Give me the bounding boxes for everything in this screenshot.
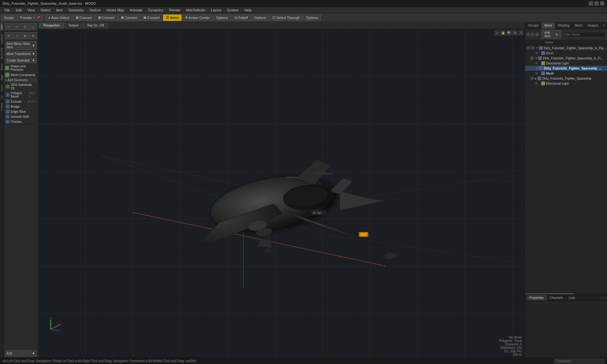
- options-btn-3[interactable]: Options: [303, 15, 321, 21]
- props-tab-properties[interactable]: Properties: [526, 295, 547, 300]
- add-item-button[interactable]: Add Item ▼: [542, 30, 561, 39]
- tool-cone[interactable]: ⌬: [21, 23, 29, 30]
- eye-icon-5[interactable]: [526, 66, 530, 70]
- menu-render[interactable]: Render: [167, 8, 183, 13]
- tool-box[interactable]: □: [13, 23, 21, 30]
- sculpt-button[interactable]: Sculpt: [1, 15, 17, 21]
- falloff-button[interactable]: ◎ Falloff: [231, 15, 251, 21]
- tool-rotate[interactable]: ↺: [5, 32, 12, 39]
- menu-vertex-map[interactable]: Vertex Map: [104, 8, 127, 13]
- vp-tab-perspective[interactable]: Perspective: [39, 23, 64, 28]
- close-button[interactable]: ✕: [600, 1, 604, 6]
- minimize-button[interactable]: —: [589, 1, 593, 6]
- menu-view[interactable]: View: [25, 8, 38, 13]
- tool-move[interactable]: ↔: [13, 32, 21, 39]
- polygon-bevel-btn[interactable]: Polygon Bevel Shift-B: [4, 91, 38, 99]
- render-icon-1[interactable]: [531, 46, 535, 50]
- thicken-btn[interactable]: Thicken: [4, 119, 38, 124]
- eye-icon-7[interactable]: [530, 76, 534, 80]
- right-tab-mesh[interactable]: Mesh: [572, 22, 585, 29]
- smooth-shift-btn[interactable]: Smooth Shift: [4, 114, 38, 119]
- viewport-canvas[interactable]: UE-007 ⌂ 🔒 🔍 ⚙ ℹ X Y Z: [38, 29, 525, 358]
- visibility-icon-2[interactable]: [531, 33, 535, 36]
- bridge-btn[interactable]: Bridge: [4, 104, 38, 109]
- vp-tab-texture[interactable]: Texture: [64, 23, 83, 28]
- tree-item-3[interactable]: ▼ Dirty_Futuristic_Fighter_Spaceship_in_…: [525, 56, 607, 61]
- eye-icon-1[interactable]: [526, 46, 530, 50]
- eye-icon-m1[interactable]: [535, 52, 538, 54]
- rt-icon-expand[interactable]: ↗: [601, 23, 606, 28]
- props-tab-channels[interactable]: Channels: [547, 295, 566, 300]
- menu-maxtomodo[interactable]: MaxToModo: [184, 8, 208, 13]
- vp-icon-search[interactable]: 🔍: [506, 30, 512, 35]
- vp-icon-home[interactable]: ⌂: [494, 30, 500, 35]
- items-button[interactable]: ☰ Items: [163, 15, 181, 21]
- extrude-btn[interactable]: Extrude Shift-X: [4, 99, 38, 104]
- vp-icon-info[interactable]: ℹ: [518, 30, 524, 35]
- left-tab-mesh-edit[interactable]: Mesh Edit: [0, 46, 3, 61]
- menu-dynamics[interactable]: Dynamics: [146, 8, 166, 13]
- eye-icon-3[interactable]: [530, 56, 534, 60]
- mode-dropdown[interactable]: Edit ▼: [5, 350, 37, 356]
- convert-btn-3[interactable]: ▣ Convert: [118, 15, 140, 21]
- snaps-precision-tool[interactable]: ✓ Snaps and Precision: [4, 64, 38, 72]
- select-through-button[interactable]: ⊡ Select Through: [270, 15, 303, 21]
- options-btn-2[interactable]: Options: [251, 15, 269, 21]
- tree-item-mesh-1[interactable]: ▶ Mesh: [525, 51, 607, 56]
- vp-tab-ray-gl[interactable]: Ray GL: Off: [83, 23, 108, 28]
- tree-item-1[interactable]: ▼ Dirty_Futuristic_Fighter_Spaceship_in_…: [525, 46, 607, 51]
- add-geometry-header[interactable]: + Add Geometry: [4, 78, 38, 82]
- menu-texture[interactable]: Texture: [87, 8, 103, 13]
- menu-help[interactable]: Help: [242, 8, 254, 13]
- props-tab-lists[interactable]: Lists: [566, 295, 578, 300]
- options-btn-1[interactable]: Options: [213, 15, 231, 21]
- left-tab-item[interactable]: Item: [0, 22, 3, 31]
- render-icon-5[interactable]: [531, 66, 535, 70]
- menu-edit[interactable]: Edit: [13, 8, 24, 13]
- visibility-icon-3[interactable]: [535, 33, 539, 36]
- eye-icon-l2[interactable]: [535, 82, 538, 85]
- maximize-button[interactable]: □: [594, 1, 599, 6]
- menu-geometry[interactable]: Geometry: [66, 8, 86, 13]
- menu-layout[interactable]: Layout: [208, 8, 224, 13]
- center-selected-dropdown[interactable]: Center Selected ▼: [5, 58, 37, 63]
- convert-btn-2[interactable]: ▣ Convert: [95, 15, 117, 21]
- convert-btn-1[interactable]: ▣ Convert: [73, 15, 95, 21]
- right-tab-images[interactable]: Images: [585, 22, 601, 29]
- convert-btn-4[interactable]: ▣ Convert: [140, 15, 162, 21]
- tree-item-light-1[interactable]: ▶ Directional Light: [525, 61, 607, 66]
- left-tab-edge[interactable]: Edge: [0, 72, 3, 82]
- left-tab-fusion[interactable]: Fusion: [0, 101, 3, 112]
- props-icon-more[interactable]: ≡: [604, 296, 606, 300]
- tree-item-5[interactable]: ▼ Dirty_Futuristic_Fighter_Spaceship_...: [525, 66, 607, 71]
- props-icon-expand[interactable]: ↗: [600, 296, 603, 300]
- right-tab-shading[interactable]: Shading: [555, 22, 572, 29]
- vp-icon-settings[interactable]: ⚙: [512, 30, 518, 35]
- tool-tri[interactable]: △: [29, 23, 37, 30]
- command-input[interactable]: [554, 359, 604, 363]
- edge-slice-btn[interactable]: Edge Slice: [4, 109, 38, 114]
- right-tab-items[interactable]: Items: [542, 22, 555, 29]
- action-center-button[interactable]: ⊕ Action Center: [182, 15, 213, 21]
- left-tab-curve[interactable]: Curve: [0, 82, 3, 93]
- tool-text[interactable]: A: [29, 32, 37, 39]
- left-tab-vertex[interactable]: Vertex: [0, 61, 3, 73]
- tree-item-light-2[interactable]: ▶ Directional Light: [525, 81, 607, 86]
- sds-subdivide-btn[interactable]: SDS Subdivide 2X: [4, 82, 38, 91]
- menu-select[interactable]: Select: [38, 8, 53, 13]
- left-tab-uv[interactable]: UV: [0, 93, 3, 101]
- menu-file[interactable]: File: [2, 8, 13, 13]
- more-transforms-dropdown[interactable]: More Transforms ▼: [5, 51, 37, 57]
- eye-icon-l1[interactable]: [535, 62, 538, 64]
- menu-system[interactable]: System: [224, 8, 241, 13]
- menu-animate[interactable]: Animate: [127, 8, 145, 13]
- eye-icon-m2[interactable]: [535, 72, 538, 75]
- menu-item[interactable]: Item: [53, 8, 65, 13]
- right-tab-groups[interactable]: Groups: [526, 22, 541, 29]
- item-menu-dropdown[interactable]: Item Menu: New Item ▼: [5, 41, 37, 50]
- mesh-constraints-tool[interactable]: ✓ Mesh Constraints: [4, 72, 38, 78]
- presets-button[interactable]: Presets ▼ 📌: [17, 15, 43, 21]
- tree-item-mesh-2[interactable]: ▶ Mesh: [525, 71, 607, 76]
- vp-icon-lock[interactable]: 🔒: [500, 30, 506, 35]
- left-tab-duplicate[interactable]: Duplicate: [0, 31, 3, 46]
